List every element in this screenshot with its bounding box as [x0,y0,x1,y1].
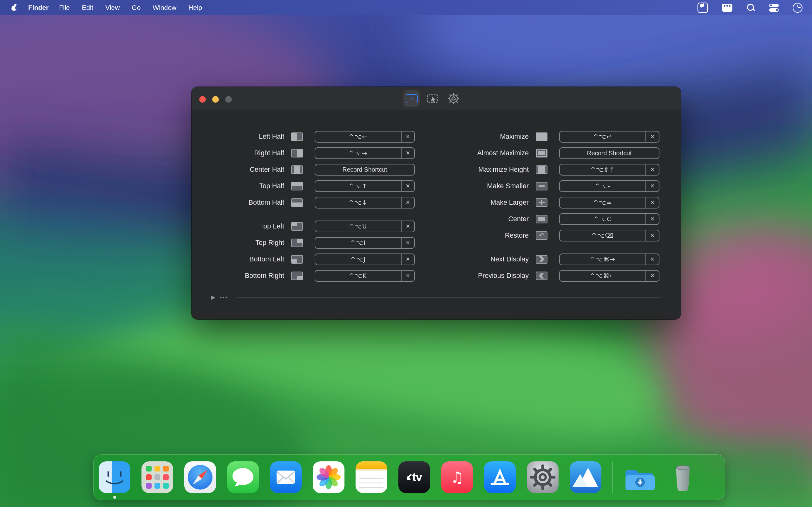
keyboard-icon[interactable] [722,4,732,12]
active-app-name[interactable]: Finder [28,4,49,11]
apple-menu-icon[interactable] [11,4,16,11]
shortcut-column-left: Left Half^⌥←×Right Half^⌥→×Center HalfRe… [192,128,436,284]
clear-shortcut-button[interactable]: × [401,238,414,248]
shortcut-field: ^⌥-× [559,180,659,192]
shortcut-value[interactable]: ^⌥↑ [315,182,401,190]
menu-item-file[interactable]: File [53,4,76,11]
minimize-button[interactable] [212,96,219,103]
shortcut-field: ^⌥⇧↑× [559,164,659,176]
more-options-icon[interactable]: ••• [220,295,228,300]
window-titlebar[interactable]: ⌘ [192,87,681,110]
dock-system-settings-icon[interactable] [527,461,559,493]
clear-shortcut-button[interactable]: × [646,271,659,281]
clear-shortcut-button[interactable]: × [401,148,414,158]
menu-item-window[interactable]: Window [147,4,183,11]
dock-appstore-icon[interactable] [484,461,516,493]
bottom-half-icon [291,199,303,207]
dock-finder-icon[interactable] [99,461,131,493]
shortcut-value[interactable]: ^⌥⌘← [560,272,646,279]
shortcut-field: ^⌥↩× [559,131,659,143]
menu-item-go[interactable]: Go [125,4,147,11]
bottom-left-icon [291,255,303,264]
action-label: Make Larger [436,199,529,207]
shortcut-value[interactable]: ^⌥⇧↑ [560,166,646,173]
shortcut-value[interactable]: ^⌥↓ [315,199,401,206]
dock-mail-icon[interactable] [270,461,302,493]
shortcut-value[interactable]: ^⌥↩ [560,133,646,140]
record-shortcut-button[interactable]: Record Shortcut [559,147,659,159]
clear-shortcut-button[interactable]: × [646,254,659,265]
spotlight-search-icon[interactable] [746,3,755,12]
dock-notes-icon[interactable] [356,461,387,493]
shortcut-row: Bottom Half^⌥↓× [192,194,436,211]
record-shortcut-button[interactable]: Record Shortcut [315,164,415,176]
clear-shortcut-button[interactable]: × [646,131,659,142]
dock-appletv-icon[interactable]: tv [398,461,430,493]
zoom-button-disabled[interactable] [225,96,232,103]
dock-mountains-app-icon[interactable] [570,461,601,493]
dock-downloads-folder-icon[interactable] [624,461,656,493]
clear-shortcut-button[interactable]: × [401,131,414,142]
make-smaller-icon [536,182,548,190]
shortcut-value[interactable]: ^⌥⌘→ [560,256,646,263]
shortcut-value[interactable]: ^⌥I [315,239,401,246]
dock-music-icon[interactable]: ♫ [441,461,473,493]
window-cursor-icon [426,92,440,105]
shortcut-row: Bottom Right^⌥K× [192,268,436,284]
shortcut-value[interactable]: ^⌥→ [315,150,401,157]
tab-keyboard-shortcuts[interactable]: ⌘ [403,90,420,107]
rectangle-preferences-window: ⌘ [192,87,681,320]
clear-shortcut-button[interactable]: × [646,230,659,241]
clear-shortcut-button[interactable]: × [401,271,414,281]
shortcut-group: Next Display^⌥⌘→×Previous Display^⌥⌘←× [436,251,681,284]
tab-settings[interactable] [445,90,462,107]
clear-shortcut-button[interactable]: × [401,254,414,265]
previous-display-icon [536,272,548,280]
menu-item-help[interactable]: Help [183,4,208,11]
maximize-height-icon [536,165,548,174]
finder-running-indicator [113,496,116,499]
shortcut-row: Previous Display^⌥⌘←× [436,268,681,284]
clear-shortcut-button[interactable]: × [401,198,414,208]
shortcut-value[interactable]: ^⌥C [560,216,646,223]
shortcut-value[interactable]: ^⌥K [315,272,401,279]
dock-safari-icon[interactable] [184,461,216,493]
shortcut-value[interactable]: ^⌥← [315,133,401,140]
clear-shortcut-button[interactable]: × [646,181,659,191]
dock-trash-icon[interactable] [667,461,699,493]
footer-divider [236,297,661,297]
action-label: Center [436,215,529,223]
window-footer: ▶ ••• [211,293,661,302]
action-label: Bottom Left [192,256,284,263]
menu-item-edit[interactable]: Edit [76,4,99,11]
shortcut-value[interactable]: ^⌥U [315,223,401,230]
close-button[interactable] [199,96,206,103]
shortcut-field: ^⌥=× [559,197,659,209]
action-label: Bottom Right [192,272,284,280]
shortcut-field: ^⌥→× [315,147,415,159]
control-center-icon[interactable] [769,4,779,12]
rectangle-menu-icon[interactable] [698,3,708,13]
clear-shortcut-button[interactable]: × [646,164,659,175]
clear-shortcut-button[interactable]: × [401,181,414,191]
shortcut-value[interactable]: ^⌥= [560,199,646,206]
shortcut-value[interactable]: ^⌥- [560,182,646,190]
dock-photos-icon[interactable] [313,461,345,493]
shortcut-value[interactable]: ^⌥⌫ [560,232,646,239]
action-label: Previous Display [436,272,529,280]
shortcut-row: Maximize Height^⌥⇧↑× [436,161,681,178]
shortcut-value[interactable]: ^⌥J [315,256,401,263]
clear-shortcut-button[interactable]: × [401,221,414,232]
menu-item-view[interactable]: View [99,4,125,11]
clear-shortcut-button[interactable]: × [646,198,659,208]
right-half-icon [291,149,303,158]
disclosure-triangle-icon[interactable]: ▶ [211,294,215,300]
top-half-icon [291,182,303,190]
dock-launchpad-icon[interactable] [142,461,173,493]
dock-messages-icon[interactable] [227,461,259,493]
toolbar-tabs: ⌘ [403,90,462,107]
clock-icon[interactable] [793,3,803,13]
clear-shortcut-button[interactable]: × [646,214,659,224]
tab-snap-areas[interactable] [424,90,441,107]
shortcut-row: Center HalfRecord Shortcut [192,161,436,178]
